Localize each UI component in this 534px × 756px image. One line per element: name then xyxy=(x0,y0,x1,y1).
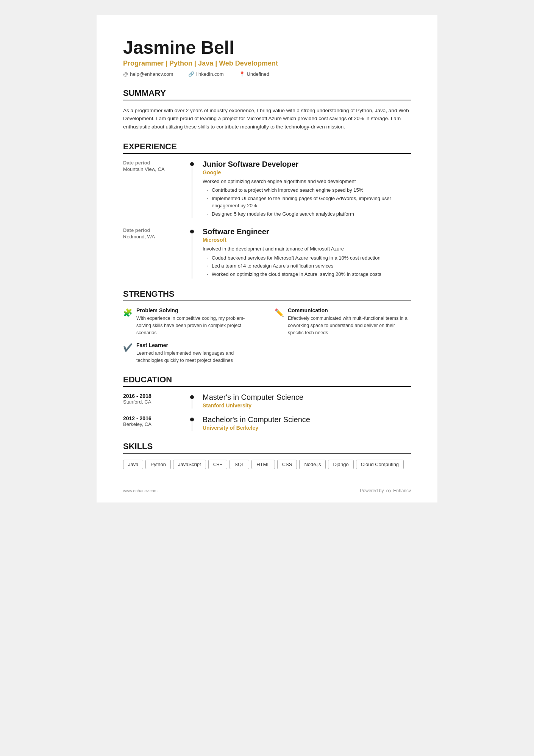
edu-school-1: Stanford University xyxy=(203,402,411,409)
job-date-2: Date period xyxy=(123,227,180,233)
edu-degree-2: Bachelor's in Computer Science xyxy=(203,415,411,424)
job-title-1: Junior Software Developer xyxy=(203,160,411,169)
education-title: EDUCATION xyxy=(123,375,411,387)
fast-learner-icon: ✔️ xyxy=(123,343,133,364)
job-line-2 xyxy=(192,234,192,279)
brand-name: Enhancv xyxy=(393,488,411,493)
summary-text: As a programmer with over 2 years of ind… xyxy=(123,106,411,131)
contact-linkedin: 🔗 linkedin.com xyxy=(188,71,223,77)
linkedin-text: linkedin.com xyxy=(196,71,223,77)
job-dot-1 xyxy=(190,162,194,166)
footer-brand: Powered by ∞ Enhancv xyxy=(360,487,411,495)
location-icon: 📍 xyxy=(239,71,245,77)
experience-section: EXPERIENCE Date period Mountain View, CA… xyxy=(123,142,411,279)
job-left-2: Date period Redmond, WA xyxy=(123,227,187,279)
edu-line-2 xyxy=(192,422,192,431)
skill-tag-python: Python xyxy=(145,460,170,469)
strength-desc-3: Learned and implemented new languages an… xyxy=(136,350,259,364)
contact-email: @ help@enhancv.com xyxy=(123,71,173,77)
skill-tag-css: CSS xyxy=(277,460,297,469)
job-company-2: Microsoft xyxy=(203,237,411,243)
strength-content-1: Problem Solving With experience in compe… xyxy=(136,307,259,336)
email-text: help@enhancv.com xyxy=(130,71,173,77)
skill-tag-cpp: C++ xyxy=(208,460,228,469)
bullet-item: Coded backend services for Microsoft Azu… xyxy=(206,254,411,262)
edu-content-1: Master's in Computer Science Stanford Un… xyxy=(197,393,411,409)
candidate-title: Programmer | Python | Java | Web Develop… xyxy=(123,59,411,67)
bullet-item: Implemented UI changes to the landing pa… xyxy=(206,195,411,210)
edu-left-1: 2016 - 2018 Stanford, CA xyxy=(123,393,187,409)
header: Jasmine Bell Programmer | Python | Java … xyxy=(123,38,411,77)
strength-content-2: Communication Effectively communicated w… xyxy=(288,307,411,336)
strength-title-1: Problem Solving xyxy=(136,307,259,313)
edu-location-2: Berkeley, CA xyxy=(123,421,180,427)
strengths-section: STRENGTHS 🧩 Problem Solving With experie… xyxy=(123,289,411,364)
job-left-1: Date period Mountain View, CA xyxy=(123,160,187,219)
skill-tag-java: Java xyxy=(123,460,143,469)
candidate-name: Jasmine Bell xyxy=(123,38,411,58)
contact-list: @ help@enhancv.com 🔗 linkedin.com 📍 Unde… xyxy=(123,71,411,77)
edu-years-2: 2012 - 2016 xyxy=(123,415,180,421)
job-company-1: Google xyxy=(203,169,411,175)
strength-content-3: Fast Learner Learned and implemented new… xyxy=(136,342,259,364)
skills-title: SKILLS xyxy=(123,441,411,454)
bullet-item: Designed 5 key modules for the Google se… xyxy=(206,210,411,218)
job-bullets-2: Coded backend services for Microsoft Azu… xyxy=(203,254,411,278)
skill-tag-cloud: Cloud Computing xyxy=(356,460,404,469)
resume-page: Jasmine Bell Programmer | Python | Java … xyxy=(97,15,437,502)
skill-tag-nodejs: Node.js xyxy=(299,460,326,469)
job-location-2: Redmond, WA xyxy=(123,234,180,239)
edu-divider-2 xyxy=(187,415,197,431)
edu-line-1 xyxy=(192,400,192,409)
experience-title: EXPERIENCE xyxy=(123,142,411,154)
strength-desc-2: Effectively communicated with multi-func… xyxy=(288,315,411,336)
linkedin-icon: 🔗 xyxy=(188,71,194,77)
edu-row-1: 2016 - 2018 Stanford, CA Master's in Com… xyxy=(123,393,411,409)
edu-dot-1 xyxy=(190,395,194,399)
education-section: EDUCATION 2016 - 2018 Stanford, CA Maste… xyxy=(123,375,411,431)
skill-tag-html: HTML xyxy=(251,460,275,469)
skill-tag-django: Django xyxy=(328,460,353,469)
job-desc-2: Involved in the development and maintena… xyxy=(203,245,411,253)
edu-school-2: University of Berkeley xyxy=(203,425,411,431)
job-desc-1: Worked on optimizing search engine algor… xyxy=(203,178,411,185)
skills-section: SKILLS Java Python JavaScript C++ SQL HT… xyxy=(123,441,411,469)
job-title-2: Software Engineer xyxy=(203,227,411,236)
bullet-item: Led a team of 4 to redesign Azure's noti… xyxy=(206,262,411,270)
edu-left-2: 2012 - 2016 Berkeley, CA xyxy=(123,415,187,431)
job-divider-1 xyxy=(187,160,197,219)
strength-item-2: ✏️ Communication Effectively communicate… xyxy=(275,307,411,336)
strength-desc-1: With experience in competitive coding, m… xyxy=(136,315,259,336)
strengths-grid: 🧩 Problem Solving With experience in com… xyxy=(123,307,411,364)
edu-location-1: Stanford, CA xyxy=(123,399,180,405)
edu-content-2: Bachelor's in Computer Science Universit… xyxy=(197,415,411,431)
email-icon: @ xyxy=(123,71,128,77)
contact-location: 📍 Undefined xyxy=(239,71,269,77)
edu-divider-1 xyxy=(187,393,197,409)
job-date-1: Date period xyxy=(123,160,180,166)
edu-row-2: 2012 - 2016 Berkeley, CA Bachelor's in C… xyxy=(123,415,411,431)
summary-title: SUMMARY xyxy=(123,88,411,100)
job-dot-2 xyxy=(190,230,194,233)
strength-title-2: Communication xyxy=(288,307,411,313)
bullet-item: Contributed to a project which improved … xyxy=(206,186,411,194)
job-bullets-1: Contributed to a project which improved … xyxy=(203,186,411,218)
edu-years-1: 2016 - 2018 xyxy=(123,393,180,399)
strength-item-3: ✔️ Fast Learner Learned and implemented … xyxy=(123,342,259,364)
location-text: Undefined xyxy=(247,71,269,77)
edu-dot-2 xyxy=(190,418,194,421)
strength-title-3: Fast Learner xyxy=(136,342,259,348)
skills-list: Java Python JavaScript C++ SQL HTML CSS … xyxy=(123,460,411,469)
communication-icon: ✏️ xyxy=(275,308,284,336)
summary-section: SUMMARY As a programmer with over 2 year… xyxy=(123,88,411,131)
strengths-title: STRENGTHS xyxy=(123,289,411,301)
job-location-1: Mountain View, CA xyxy=(123,166,180,172)
job-content-1: Junior Software Developer Google Worked … xyxy=(197,160,411,219)
job-content-2: Software Engineer Microsoft Involved in … xyxy=(197,227,411,279)
powered-by-text: Powered by xyxy=(360,488,384,493)
edu-degree-1: Master's in Computer Science xyxy=(203,393,411,402)
strength-item-1: 🧩 Problem Solving With experience in com… xyxy=(123,307,259,336)
job-row-1: Date period Mountain View, CA Junior Sof… xyxy=(123,160,411,219)
job-divider-2 xyxy=(187,227,197,279)
enhancv-logo-icon: ∞ xyxy=(386,487,391,495)
